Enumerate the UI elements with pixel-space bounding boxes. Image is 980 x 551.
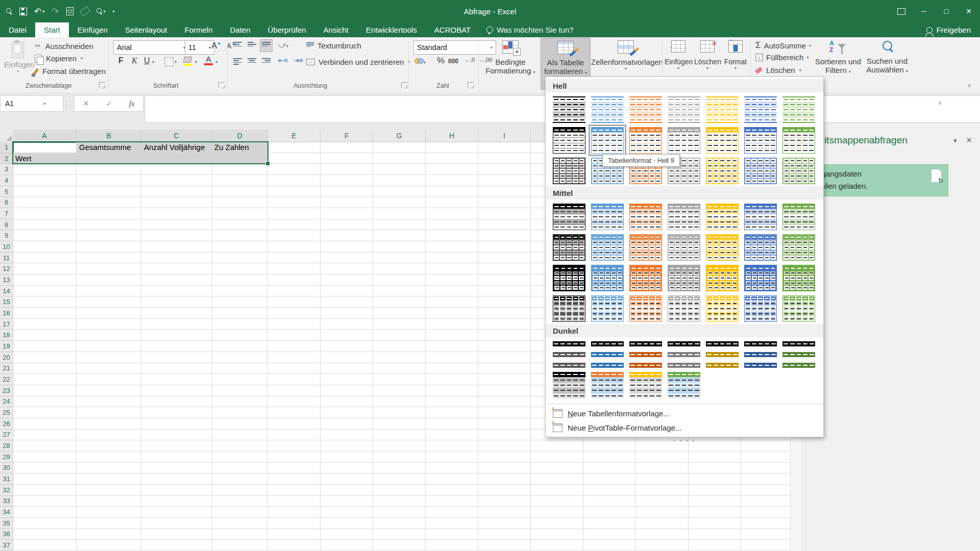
table-style-hell-4[interactable]	[668, 96, 700, 123]
row-header-21[interactable]: 21	[0, 363, 13, 374]
row-header-17[interactable]: 17	[0, 319, 13, 330]
clipboard-dialog-launcher[interactable]	[99, 82, 105, 88]
row-header-28[interactable]: 28	[0, 440, 13, 452]
table-style-hell-11[interactable]	[668, 127, 700, 154]
increase-indent-icon[interactable]: ⇥≡	[293, 57, 303, 64]
row-header-24[interactable]: 24	[0, 396, 13, 408]
table-style-hell-2[interactable]	[591, 96, 624, 123]
cell-styles-button[interactable]: Zellenformatvorlagen ▾	[591, 39, 660, 71]
row-header-10[interactable]: 10	[0, 241, 13, 253]
fill-color-button[interactable]	[184, 57, 192, 66]
table-style-hell-13[interactable]	[744, 127, 777, 154]
font-color-caret[interactable]: ▾	[215, 60, 217, 64]
row-header-9[interactable]: 9	[0, 230, 13, 241]
table-style-mittel-12[interactable]	[706, 234, 739, 261]
row-header-22[interactable]: 22	[0, 374, 13, 385]
row-header-16[interactable]: 16	[0, 308, 13, 319]
row-header-36[interactable]: 36	[0, 529, 13, 540]
table-style-dunkel-10[interactable]	[629, 372, 662, 398]
table-style-mittel-17[interactable]	[629, 265, 662, 291]
row-header-33[interactable]: 33	[0, 496, 13, 507]
tab-einfügen[interactable]: Einfügen	[69, 22, 116, 37]
new-table-style-item[interactable]: Neue Tabellenformatvorlage...	[546, 406, 823, 420]
table-style-mittel-2[interactable]	[591, 204, 624, 230]
conditional-formatting-button[interactable]: ≠ Bedingte Formatierung ▾	[482, 39, 538, 75]
insert-function-icon[interactable]: fx	[129, 99, 135, 108]
table-style-mittel-10[interactable]	[629, 234, 662, 261]
column-header-F[interactable]: F	[321, 130, 373, 142]
table-style-hell-7[interactable]	[782, 96, 815, 123]
pane-close-icon[interactable]: ✕	[966, 136, 972, 145]
column-header-H[interactable]: H	[426, 130, 478, 142]
expand-formula-bar-icon[interactable]: ∧	[938, 99, 942, 106]
table-style-mittel-11[interactable]	[668, 234, 700, 261]
row-header-35[interactable]: 35	[0, 518, 13, 529]
align-bottom-button[interactable]	[260, 39, 273, 52]
alignment-dialog-launcher[interactable]	[401, 82, 407, 88]
table-style-mittel-25[interactable]	[668, 295, 700, 322]
table-style-hell-20[interactable]	[744, 158, 777, 184]
comma-style-button[interactable]: 000	[448, 58, 458, 65]
collapse-ribbon-icon[interactable]: ∧	[967, 82, 971, 89]
selection-fill-handle[interactable]	[265, 161, 270, 166]
table-style-hell-1[interactable]	[553, 96, 585, 123]
name-box-caret[interactable]: ▾	[43, 102, 45, 106]
table-style-mittel-22[interactable]	[553, 295, 585, 322]
table-style-hell-3[interactable]	[629, 96, 662, 123]
close-icon[interactable]: ✕	[958, 0, 980, 22]
table-style-mittel-5[interactable]	[706, 204, 739, 230]
print-preview-icon[interactable]	[66, 7, 74, 15]
autosum-button[interactable]: ΣAutoSumme▾	[755, 40, 811, 51]
tab-überprüfen[interactable]: Überprüfen	[259, 22, 315, 37]
font-color-button[interactable]: A	[204, 55, 213, 65]
tab-entwicklertools[interactable]: Entwicklertools	[357, 22, 426, 37]
tab-daten[interactable]: Daten	[222, 22, 259, 37]
format-cells-button[interactable]: ↔ Format ▾	[723, 39, 748, 70]
tab-seitenlayout[interactable]: Seitenlayout	[116, 22, 176, 37]
table-style-mittel-3[interactable]	[629, 204, 662, 230]
customize-qat-icon[interactable]: ▾	[113, 9, 115, 14]
tab-ansicht[interactable]: Ansicht	[315, 22, 357, 37]
table-style-hell-19[interactable]	[706, 158, 739, 184]
table-style-hell-6[interactable]	[744, 96, 777, 123]
app-search-icon[interactable]	[6, 8, 12, 14]
row-header-34[interactable]: 34	[0, 507, 13, 518]
table-style-dunkel-9[interactable]	[591, 372, 624, 398]
row-header-3[interactable]: 3	[0, 164, 13, 175]
align-center-button[interactable]	[246, 56, 258, 68]
align-top-button[interactable]	[231, 39, 244, 52]
table-style-hell-15[interactable]	[553, 158, 585, 184]
number-dialog-launcher[interactable]	[468, 82, 474, 88]
table-style-mittel-24[interactable]	[629, 295, 662, 322]
underline-button[interactable]: U	[144, 56, 150, 65]
row-header-31[interactable]: 31	[0, 473, 13, 485]
column-header-I[interactable]: I	[478, 130, 531, 142]
table-style-mittel-14[interactable]	[782, 234, 815, 261]
pane-menu-caret-icon[interactable]: ▾	[953, 137, 957, 144]
table-style-mittel-21[interactable]	[782, 265, 815, 291]
share-button[interactable]: Freigeben	[926, 22, 980, 37]
table-style-dunkel-8[interactable]	[553, 372, 585, 398]
table-style-mittel-7[interactable]	[782, 204, 815, 230]
copy-button[interactable]: Kopieren▾	[35, 54, 83, 63]
table-style-mittel-23[interactable]	[591, 295, 624, 322]
table-style-dunkel-4[interactable]	[668, 341, 700, 368]
table-style-mittel-28[interactable]	[782, 295, 815, 322]
table-style-dunkel-6[interactable]	[744, 341, 777, 368]
row-header-15[interactable]: 15	[0, 296, 13, 308]
table-style-mittel-13[interactable]	[744, 234, 777, 261]
cut-button[interactable]: ✂Ausschneiden	[35, 41, 93, 51]
grow-font-button[interactable]: A▲	[211, 41, 221, 51]
table-style-hell-12[interactable]	[706, 127, 739, 154]
row-header-2[interactable]: 2	[0, 153, 14, 164]
column-header-E[interactable]: E	[268, 130, 321, 142]
italic-button[interactable]: K	[132, 56, 137, 65]
format-painter-button[interactable]: Format übertragen	[35, 67, 106, 76]
select-all-corner[interactable]	[0, 130, 13, 142]
row-header-4[interactable]: 4	[0, 175, 13, 186]
row-header-19[interactable]: 19	[0, 341, 13, 352]
tab-formeln[interactable]: Formeln	[176, 22, 222, 37]
fill-button[interactable]: ↓Füllbereich▾	[755, 53, 808, 62]
borders-caret[interactable]: ▾	[175, 60, 177, 64]
row-header-27[interactable]: 27	[0, 430, 13, 441]
